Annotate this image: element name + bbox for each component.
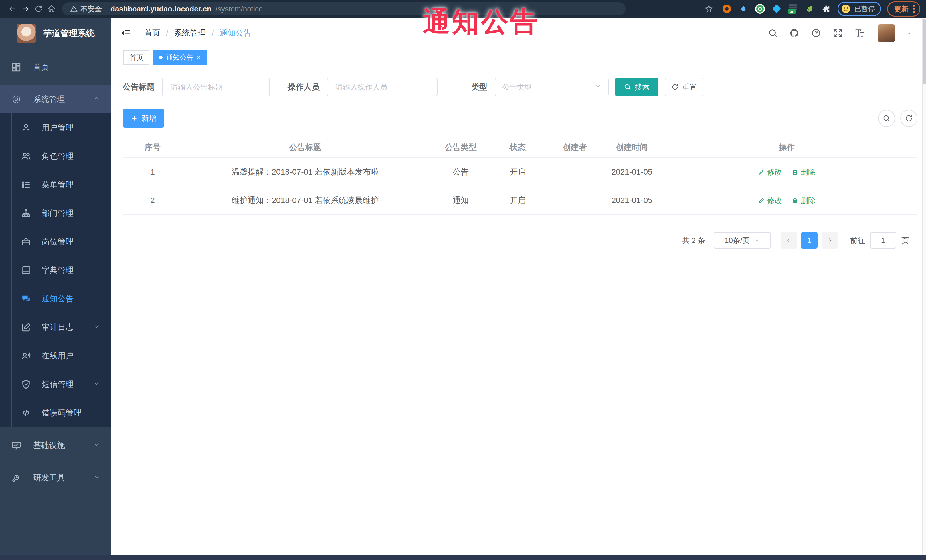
sidebar-item-audit-log[interactable]: 审计日志 xyxy=(0,313,111,341)
window-scrollbar[interactable] xyxy=(922,18,926,555)
reset-button[interactable]: 重置 xyxy=(665,77,704,97)
recorder-paused-chip[interactable]: 已暂停 xyxy=(838,2,881,16)
search-form: 公告标题 操作人员 类型 公告类型 搜索 xyxy=(123,77,917,97)
goto-unit: 页 xyxy=(902,235,909,246)
sidebar-item-menu-management[interactable]: 菜单管理 xyxy=(0,171,111,199)
search-icon[interactable] xyxy=(767,28,778,38)
extension-switch-icon[interactable]: on xyxy=(788,4,798,14)
chevron-left-icon xyxy=(785,237,792,244)
extension-leaf-icon[interactable] xyxy=(805,4,815,14)
bookmark-star-icon[interactable] xyxy=(702,2,716,15)
chevron-down-icon xyxy=(93,380,100,389)
sidebar-item-sms-management[interactable]: 短信管理 xyxy=(0,370,111,398)
sidebar-item-devtools[interactable]: 研发工具 xyxy=(0,463,111,492)
sidebar-item-dept-management[interactable]: 部门管理 xyxy=(0,199,111,228)
sidebar-item-online-users[interactable]: 在线用户 xyxy=(0,341,111,370)
sidebar-item-system[interactable]: 系统管理 xyxy=(0,85,111,113)
cell-title: 维护通知：2018-07-01 若依系统凌晨维护 xyxy=(183,195,428,206)
sidebar-item-user-management[interactable]: 用户管理 xyxy=(0,113,111,142)
sidebar-item-error-code[interactable]: 错误码管理 xyxy=(0,398,111,427)
update-button[interactable]: 更新 xyxy=(887,2,920,17)
goto-label: 前往 xyxy=(850,235,865,246)
sidebar-item-notice[interactable]: 通知公告 xyxy=(0,285,111,313)
sidebar-item-post-management[interactable]: 岗位管理 xyxy=(0,228,111,256)
sidebar-logo[interactable]: 芋道管理系统 xyxy=(0,18,111,49)
sidebar: 芋道管理系统 首页 系统管理 用户管理 xyxy=(0,18,111,555)
help-icon[interactable] xyxy=(811,28,822,38)
not-secure-warning[interactable]: 不安全 xyxy=(70,4,102,14)
delete-link[interactable]: 删除 xyxy=(791,196,816,205)
main-area: 首页 / 系统管理 / 通知公告 xyxy=(111,18,926,555)
chevron-down-icon xyxy=(754,237,760,243)
tab-notice[interactable]: 通知公告 × xyxy=(153,50,207,65)
address-bar[interactable]: 不安全 dashboard.yudao.iocoder.cn /system/n… xyxy=(62,2,626,15)
extension-green-icon[interactable] xyxy=(755,4,765,14)
title-input[interactable] xyxy=(162,77,270,97)
extension-orange-icon[interactable] xyxy=(722,4,732,14)
cell-no: 1 xyxy=(123,168,183,177)
extension-drop-icon[interactable] xyxy=(738,4,749,14)
sidebar-submenu-system: 用户管理 角色管理 菜单管理 部门管理 xyxy=(0,113,111,427)
extension-diamond-icon[interactable] xyxy=(772,4,782,14)
font-size-icon[interactable] xyxy=(854,28,865,38)
github-icon[interactable] xyxy=(789,28,800,38)
chat-bubbles-icon xyxy=(21,294,31,304)
paused-label: 已暂停 xyxy=(854,4,875,14)
current-page[interactable]: 1 xyxy=(801,232,818,249)
refresh-table-button[interactable] xyxy=(900,110,917,127)
edit-log-icon xyxy=(21,323,31,332)
tag-views-bar: 首页 通知公告 × xyxy=(111,48,926,67)
not-secure-label: 不安全 xyxy=(80,4,102,14)
home-icon[interactable] xyxy=(45,2,58,15)
edit-link[interactable]: 修改 xyxy=(758,196,782,205)
goto-page-input[interactable] xyxy=(870,232,896,249)
emoji-icon xyxy=(841,4,851,14)
type-select[interactable]: 公告类型 xyxy=(495,77,609,97)
show-search-button[interactable] xyxy=(878,110,895,127)
forward-icon[interactable] xyxy=(19,2,32,15)
table-row: 1 温馨提醒：2018-07-01 若依新版本发布啦 公告 开启 2021-01… xyxy=(123,158,917,186)
breadcrumb: 首页 / 系统管理 / 通知公告 xyxy=(144,28,252,38)
sidebar-item-label: 系统管理 xyxy=(33,94,65,105)
back-icon[interactable] xyxy=(6,2,19,15)
breadcrumb-home[interactable]: 首页 xyxy=(144,28,160,38)
fullscreen-icon[interactable] xyxy=(832,28,843,38)
add-button[interactable]: 新增 xyxy=(123,109,164,128)
trash-icon xyxy=(791,197,799,204)
search-icon xyxy=(624,83,631,91)
user-avatar[interactable] xyxy=(878,24,895,42)
table-toolbar: 新增 xyxy=(123,109,917,128)
cell-status: 开启 xyxy=(493,166,542,177)
cell-actions: 修改 删除 xyxy=(656,196,917,205)
sidebar-item-home[interactable]: 首页 xyxy=(0,53,111,82)
page-size-select[interactable]: 10条/页 xyxy=(714,232,771,249)
warning-triangle-icon xyxy=(70,5,77,12)
reload-icon[interactable] xyxy=(32,2,45,15)
users-icon xyxy=(21,151,31,161)
sidebar-item-role-management[interactable]: 角色管理 xyxy=(0,142,111,171)
browser-menu-icon[interactable] xyxy=(913,5,915,13)
sidebar-item-dict-management[interactable]: 字典管理 xyxy=(0,256,111,285)
caret-down-icon[interactable] xyxy=(904,28,915,38)
refresh-icon xyxy=(671,83,679,91)
chevron-down-icon xyxy=(93,441,100,450)
book-icon xyxy=(21,266,31,275)
scrollbar-thumb[interactable] xyxy=(923,19,926,85)
trash-icon xyxy=(791,169,799,175)
close-icon[interactable]: × xyxy=(197,54,201,61)
edit-link[interactable]: 修改 xyxy=(758,167,782,177)
table-row: 2 维护通知：2018-07-01 若依系统凌晨维护 通知 开启 2021-01… xyxy=(123,186,917,215)
delete-link[interactable]: 删除 xyxy=(791,167,816,177)
prev-page-button[interactable] xyxy=(781,232,797,249)
extensions-puzzle-icon[interactable] xyxy=(821,4,831,14)
tab-home[interactable]: 首页 xyxy=(123,50,150,65)
search-button[interactable]: 搜索 xyxy=(615,77,658,97)
cell-type: 公告 xyxy=(428,166,493,177)
sidebar-item-infra[interactable]: 基础设施 xyxy=(0,431,111,460)
next-page-button[interactable] xyxy=(822,232,838,249)
breadcrumb-system[interactable]: 系统管理 xyxy=(174,28,206,38)
cell-time: 2021-01-05 xyxy=(608,196,656,205)
sidebar-collapse-icon[interactable] xyxy=(120,27,132,39)
logo-image xyxy=(17,24,36,43)
operator-input[interactable] xyxy=(327,77,437,97)
